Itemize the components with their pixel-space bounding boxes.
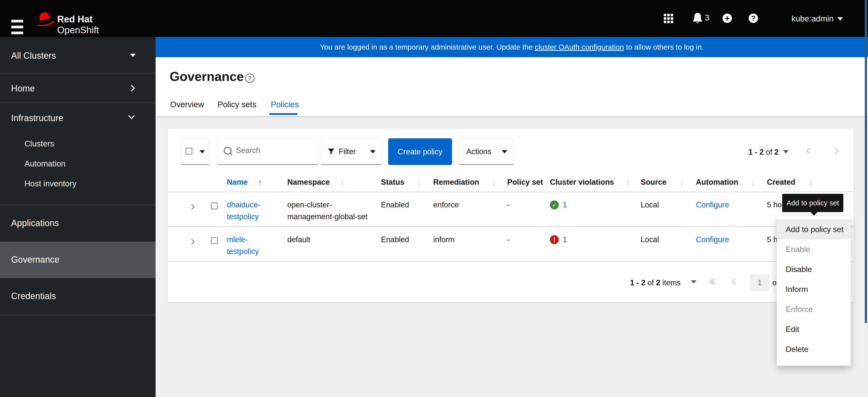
first-page-icon[interactable] [710,279,717,285]
pagination-summary[interactable]: 1 - 2 of 2 [748,148,778,157]
prev-page-icon[interactable] [806,148,813,154]
sort-icon[interactable]: ↕ [680,173,684,192]
sort-icon[interactable]: ↕ [340,173,344,192]
column-header-automation[interactable]: Automation [696,173,738,192]
actions-dropdown[interactable]: Actions [459,138,514,165]
tab-overview[interactable]: Overview [170,100,204,109]
oauth-config-link[interactable]: cluster OAuth configuration [535,43,624,51]
pagination-total: 2 [774,148,778,156]
cluster-selector-label: All Clusters [11,51,56,61]
sort-icon[interactable]: ↕ [626,173,630,192]
sidebar-item-infrastructure[interactable]: Infrastructure [0,103,156,132]
row-expand-icon[interactable] [189,239,195,245]
banner-text-after: to allow others to log in. [624,43,704,51]
sort-ascending-icon[interactable]: ↑ [258,173,262,192]
footer-total: 2 [656,278,660,287]
sort-icon[interactable]: ↕ [751,173,755,192]
namespace-line2: management-global-set [287,211,368,223]
tab-policy-sets[interactable]: Policy sets [217,100,256,109]
prev-page-icon[interactable] [732,278,738,285]
brand-logo: Red Hat OpenShift [57,14,99,35]
help-icon[interactable]: ? [749,13,758,23]
table-header-row: Name ↑ Namespace ↕ Status ↕ Remediation … [168,173,854,192]
nav-toggle-icon[interactable] [11,20,23,35]
column-header-namespace[interactable]: Namespace [287,173,330,192]
tooltip-caret [810,212,818,216]
filter-dropdown[interactable]: Filter [321,138,381,165]
column-header-created[interactable]: Created [767,173,795,192]
sidebar-item-label: Governance [11,254,59,265]
scrollbar[interactable] [865,0,867,323]
source-cell: Local [641,234,659,246]
table-row: dhaiduce- testpolicy open-cluster- manag… [168,192,854,227]
bulk-select-checkbox[interactable] [185,148,192,155]
sidebar-item-applications[interactable]: Applications [0,205,156,242]
row-checkbox[interactable] [211,203,218,209]
menu-item-delete[interactable]: Delete [777,339,851,359]
footer-of: of [648,278,654,287]
cluster-selector-caret-icon [130,54,135,57]
search-input[interactable] [236,146,313,155]
footer-pagination-caret-icon [691,280,696,283]
sidebar-item-label: Host inventory [24,179,76,188]
row-checkbox[interactable] [211,237,218,244]
chevron-down-icon [128,113,135,119]
column-header-status[interactable]: Status [381,173,404,192]
app-launcher-icon[interactable] [664,14,673,23]
automation-configure-link[interactable]: Configure [696,234,729,246]
openshift-console: Red Hat OpenShift 3 + ? kube:admin All C… [0,0,868,397]
sidebar-item-credentials[interactable]: Credentials [0,278,156,315]
column-header-source[interactable]: Source [641,173,666,192]
user-menu[interactable]: kube:admin [792,14,834,24]
column-header-name[interactable]: Name [227,173,248,192]
success-check-icon: ✓ [550,201,559,209]
column-header-cluster-violations[interactable]: Cluster violations [550,173,614,192]
sort-icon[interactable]: ↕ [809,173,813,192]
menu-item-add-to-policy-set[interactable]: Add to policy set [777,219,851,239]
row-expand-icon[interactable] [189,204,195,210]
page-header [156,57,868,116]
menu-item-enable: Enable [777,239,851,259]
bulk-select-dropdown[interactable] [181,138,209,165]
policy-name-line2: testpolicy [227,246,259,257]
remediation-cell: enforce [433,199,459,211]
sidebar-item-clusters[interactable]: Clusters [0,134,156,154]
sidebar-item-host-inventory[interactable]: Host inventory [0,174,156,194]
brand-line1: Red Hat [57,14,99,25]
page-title: Governance [169,69,244,84]
column-header-remediation[interactable]: Remediation [433,173,479,192]
automation-configure-link[interactable]: Configure [696,199,729,211]
notifications-button[interactable]: 3 [692,12,712,25]
menu-item-inform[interactable]: Inform [777,279,851,299]
actions-label: Actions [466,147,492,156]
violation-count-link[interactable]: 1 [563,234,567,246]
current-page-input[interactable]: 1 [750,274,769,291]
tab-policies[interactable]: Policies [271,100,299,109]
pagination-range: 1 - 2 [748,148,764,156]
banner-text-before: You are logged in as a temporary adminis… [320,43,535,51]
page-help-icon[interactable]: ? [245,73,254,83]
sidebar-item-home[interactable]: Home [0,73,156,103]
tooltip: Add to policy set [782,194,843,212]
sidebar-item-governance[interactable]: Governance [0,242,156,278]
cluster-selector[interactable]: All Clusters [0,37,156,73]
user-caret-icon [837,17,843,21]
policy-name-link[interactable]: mlele- testpolicy [227,234,259,257]
menu-item-disable[interactable]: Disable [777,259,851,279]
actions-caret-icon [502,150,507,153]
search-box [218,138,318,165]
sidebar-item-label: Credentials [11,291,56,301]
column-header-policy-set[interactable]: Policy set [507,173,543,192]
create-policy-button[interactable]: Create policy [388,138,452,165]
menu-item-edit[interactable]: Edit [777,319,851,339]
sidebar-item-automation[interactable]: Automation [0,154,156,174]
policy-name-link[interactable]: dhaiduce- testpolicy [227,199,260,223]
sidebar-item-label: Automation [24,159,66,169]
footer-pagination-summary[interactable]: 1 - 2 of 2 items [630,278,681,287]
violation-count-link[interactable]: 1 [563,199,567,211]
add-icon[interactable]: + [722,13,732,23]
sort-icon[interactable]: ↕ [492,173,496,192]
next-page-icon[interactable] [832,148,839,154]
footer-items-label: items [662,278,681,287]
sort-icon[interactable]: ↕ [417,173,421,192]
